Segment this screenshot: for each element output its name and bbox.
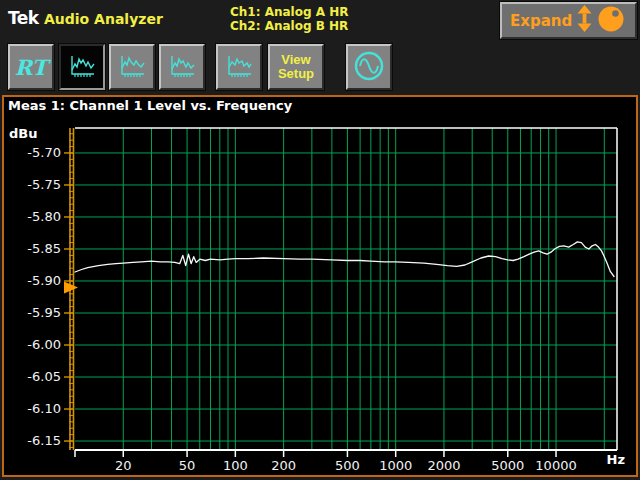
y-tick-label: -5.75 [27, 177, 61, 192]
y-tick-label: -5.90 [27, 273, 61, 288]
channel1-level-trace [75, 242, 614, 277]
y-tick-label: -5.95 [27, 305, 61, 320]
expand-button[interactable]: Expand [500, 2, 637, 39]
view-setup-button[interactable]: View Setup [268, 44, 324, 90]
y-tick-label: -6.00 [27, 337, 61, 352]
signal-generator-button[interactable] [346, 44, 392, 90]
x-tick-label: 2000 [427, 458, 460, 473]
y-tick-label: -6.10 [27, 401, 61, 416]
trace-display-3-button[interactable] [159, 44, 205, 90]
app-title: Audio Analyzer [44, 11, 163, 27]
rt-label: RT [15, 55, 48, 80]
ch1-info: Ch1: Analog A HR [230, 5, 348, 19]
x-tick-label: 500 [335, 458, 360, 473]
sine-icon [352, 49, 386, 86]
x-tick-label: 20 [115, 458, 132, 473]
up-down-arrow-icon [577, 5, 592, 36]
knob-icon [597, 5, 625, 37]
x-tick-label: 5000 [491, 458, 524, 473]
y-tick-label: -6.05 [27, 369, 61, 384]
x-tick-label: 100 [223, 458, 248, 473]
y-axis-unit-label: dBu [9, 126, 37, 141]
view-setup-label-line1: View [281, 52, 310, 67]
waveform-icon [117, 53, 147, 82]
measurement-panel: Meas 1: Channel 1 Level vs. Frequency -5… [2, 95, 638, 477]
view-setup-label-line2: Setup [278, 66, 314, 81]
reference-marker-arrow [64, 281, 78, 293]
trace-display-2-button[interactable] [109, 44, 155, 90]
ch2-info: Ch2: Analog B HR [230, 19, 348, 33]
y-tick-label: -5.80 [27, 209, 61, 224]
trace-display-4-button[interactable] [216, 44, 262, 90]
rt-button[interactable]: RT [8, 44, 54, 90]
waveform-icon [167, 53, 197, 82]
x-axis-unit-label: Hz [607, 452, 625, 467]
waveform-icon [67, 53, 97, 82]
x-tick-label: 1000 [379, 458, 412, 473]
expand-label: Expand [510, 12, 572, 30]
toolbar: RT [0, 44, 392, 92]
trace-display-1-button[interactable] [59, 44, 105, 90]
x-tick-label: 10000 [535, 458, 576, 473]
y-tick-label: -6.15 [27, 433, 61, 448]
level-vs-frequency-chart: -5.70-5.75-5.80-5.85-5.90-5.95-6.00-6.05… [4, 97, 636, 475]
audio-analyzer-screen: Tek Audio Analyzer Ch1: Analog A HR Ch2:… [0, 0, 640, 480]
x-tick-label: 50 [179, 458, 196, 473]
x-tick-label: 200 [271, 458, 296, 473]
tek-logo: Tek [8, 8, 39, 28]
y-tick-label: -5.85 [27, 241, 61, 256]
waveform-icon [224, 53, 254, 82]
y-tick-label: -5.70 [27, 145, 61, 160]
channel-info: Ch1: Analog A HR Ch2: Analog B HR [230, 5, 348, 33]
